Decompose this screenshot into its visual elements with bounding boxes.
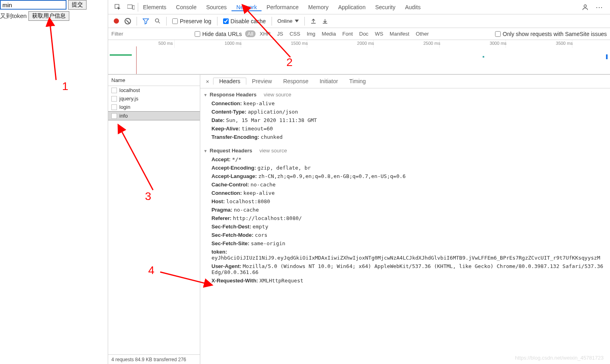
annotation-4: 4 (148, 264, 155, 277)
record-icon[interactable] (114, 18, 119, 24)
filter-input[interactable] (111, 30, 191, 38)
file-icon (111, 96, 117, 102)
filter-pill-xhr[interactable]: XHR (257, 30, 273, 37)
section-header[interactable]: ▼ Request Headersview source (203, 146, 607, 155)
detail-tab-response[interactable]: Response (278, 78, 314, 84)
hide-data-urls-checkbox[interactable]: Hide data URLs (195, 31, 242, 37)
status-bar: 4 requests 84.9 KB transferred 276 (108, 354, 200, 364)
annotation-3: 3 (145, 190, 151, 203)
request-name: info (119, 113, 128, 119)
devtab-application[interactable]: Application (333, 4, 370, 10)
timeline-tick: 1500 ms (291, 41, 308, 46)
devtab-security[interactable]: Security (370, 4, 401, 10)
file-icon (111, 104, 117, 110)
chevron-down-icon (295, 20, 299, 22)
filter-pill-font[interactable]: Font (340, 30, 355, 37)
view-source-link[interactable]: view source (260, 148, 287, 154)
devtab-audits[interactable]: Audits (400, 4, 425, 10)
timeline-tick: 1000 ms (225, 41, 242, 46)
header-line: X-Requested-With: XMLHttpRequest (203, 276, 607, 285)
detail-tab-timing[interactable]: Timing (344, 78, 372, 84)
header-line: Accept: */* (203, 155, 607, 164)
request-row[interactable]: info (108, 111, 200, 120)
file-icon (111, 113, 117, 119)
detail-tab-headers[interactable]: Headers (213, 78, 246, 85)
svg-rect-2 (127, 5, 132, 8)
name-column-header[interactable]: Name (108, 75, 200, 86)
timeline[interactable]: 500 ms1000 ms1500 ms2000 ms2500 ms3000 m… (108, 40, 610, 74)
annotation-1: 1 (62, 80, 68, 93)
header-line: Date: Sun, 15 Mar 2020 11:11:38 GMT (203, 116, 607, 124)
detail-tab-initiator[interactable]: Initiator (314, 78, 344, 84)
token-label: 又到token (0, 12, 27, 20)
section-header[interactable]: ▼ Response Headersview source (203, 90, 607, 99)
header-line: Accept-Language: zh-CN,zh;q=0.9,en;q=0.8… (203, 172, 607, 180)
request-name: localhost (119, 87, 140, 93)
timeline-tick: 500 ms (158, 41, 173, 46)
devtab-elements[interactable]: Elements (138, 4, 171, 10)
request-row[interactable]: login (108, 103, 200, 111)
header-line: token: eyJhbGciOiJIUzI1NiJ9.eyJqdGkiOiIx… (203, 248, 607, 262)
annotation-2: 2 (286, 56, 293, 69)
watermark: https://blog.csdn.net/weixin_45781723 (515, 355, 604, 361)
header-line: Host: localhost:8080 (203, 197, 607, 206)
upload-icon[interactable] (310, 18, 316, 24)
devtab-network[interactable]: Network (232, 4, 262, 11)
throttling-select[interactable]: Online (278, 18, 299, 24)
timeline-tick: 3000 ms (489, 41, 506, 46)
filter-pill-media[interactable]: Media (319, 30, 338, 37)
filter-bar: Hide data URLs AllXHRJSCSSImgMediaFontDo… (108, 28, 610, 40)
submit-button[interactable]: 提交 (68, 0, 87, 10)
inspect-icon[interactable] (111, 4, 124, 10)
header-line: Sec-Fetch-Mode: cors (203, 231, 607, 239)
timeline-tick: 3500 ms (556, 41, 573, 46)
person-icon[interactable] (578, 4, 592, 10)
timeline-tick: 2500 ms (423, 41, 440, 46)
devtab-memory[interactable]: Memory (304, 4, 334, 10)
devtab-performance[interactable]: Performance (262, 4, 303, 10)
devtab-sources[interactable]: Sources (201, 4, 232, 10)
header-line: Connection: keep-alive (203, 189, 607, 197)
header-line: User-Agent: Mozilla/5.0 (Windows NT 10.0… (203, 262, 607, 276)
request-row[interactable]: jquery.js (108, 94, 200, 103)
header-line: Content-Type: application/json (203, 108, 607, 116)
svg-point-5 (155, 19, 159, 22)
request-name: login (119, 104, 130, 110)
header-line: Transfer-Encoding: chunked (203, 133, 607, 141)
devtools: ElementsConsoleSourcesNetworkPerformance… (108, 0, 610, 364)
filter-pill-js[interactable]: JS (275, 30, 286, 37)
detail-tab-preview[interactable]: Preview (246, 78, 278, 84)
header-line: Connection: keep-alive (203, 99, 607, 108)
preserve-log-checkbox[interactable]: Preserve log (172, 18, 211, 24)
filter-pill-ws[interactable]: WS (372, 30, 386, 37)
text-input[interactable] (0, 0, 66, 10)
filter-pill-other[interactable]: Other (413, 30, 431, 37)
device-icon[interactable] (124, 4, 138, 10)
svg-rect-3 (133, 6, 135, 9)
get-user-info-button[interactable]: 获取用户信息 (28, 11, 69, 21)
devtab-console[interactable]: Console (171, 4, 201, 10)
svg-point-4 (584, 5, 586, 7)
clear-icon[interactable] (125, 18, 131, 24)
request-name: jquery.js (119, 96, 138, 102)
request-row[interactable]: localhost (108, 86, 200, 94)
header-line: Cache-Control: no-cache (203, 180, 607, 189)
samesite-checkbox[interactable]: Only show requests with SameSite issues (495, 31, 607, 37)
more-icon[interactable]: ⋯ (592, 3, 607, 12)
network-toolbar: Preserve log Disable cache Online (108, 14, 610, 28)
filter-pill-doc[interactable]: Doc (357, 30, 371, 37)
view-source-link[interactable]: view source (264, 92, 292, 98)
disable-cache-checkbox[interactable]: Disable cache (223, 18, 266, 24)
detail-tabs: × HeadersPreviewResponseInitiatorTiming (200, 75, 610, 88)
search-icon[interactable] (155, 18, 161, 24)
filter-pill-all[interactable]: All (245, 30, 256, 37)
close-icon[interactable]: × (202, 78, 213, 85)
header-line: Referer: http://localhost:8080/ (203, 214, 607, 222)
filter-pill-css[interactable]: CSS (287, 30, 303, 37)
header-line: Sec-Fetch-Dest: empty (203, 222, 607, 231)
download-icon[interactable] (322, 18, 328, 24)
header-line: Pragma: no-cache (203, 206, 607, 214)
filter-pill-manifest[interactable]: Manifest (387, 30, 412, 37)
filter-pill-img[interactable]: Img (304, 30, 318, 37)
filter-icon[interactable] (143, 18, 149, 24)
